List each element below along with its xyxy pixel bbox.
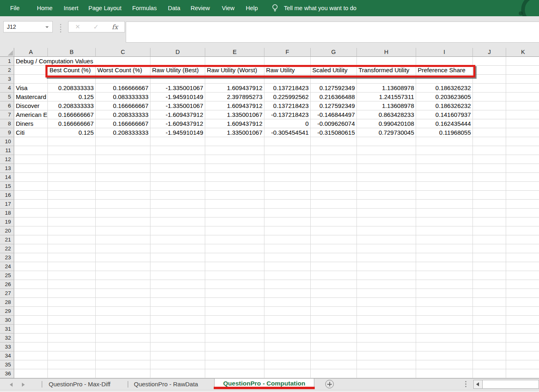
cell-F32[interactable]: [264, 334, 311, 342]
cell-C18[interactable]: [96, 209, 150, 218]
cell-D29[interactable]: [150, 307, 205, 316]
cell-F24[interactable]: [264, 262, 311, 271]
cell-E16[interactable]: [205, 191, 264, 200]
row-header-34[interactable]: 34: [0, 351, 14, 360]
cell-E36[interactable]: [205, 369, 264, 378]
cell-K31[interactable]: [506, 325, 539, 334]
cell-B8[interactable]: 0.166666667: [48, 119, 96, 128]
cell-J20[interactable]: [473, 226, 506, 235]
cell-G28[interactable]: [311, 298, 357, 307]
cell-A34[interactable]: [14, 351, 48, 360]
cell-I13[interactable]: [416, 164, 473, 173]
cell-A31[interactable]: [14, 325, 48, 334]
menu-help[interactable]: Help: [246, 0, 258, 16]
cell-E14[interactable]: [205, 173, 264, 182]
cell-I6[interactable]: 0.186326232: [416, 101, 473, 110]
cell-I12[interactable]: [416, 155, 473, 164]
cell-B27[interactable]: [48, 289, 96, 298]
cell-F36[interactable]: [264, 369, 311, 378]
cell-A26[interactable]: [14, 280, 48, 289]
row-header-1[interactable]: 1: [0, 57, 14, 66]
cell-G10[interactable]: [311, 137, 357, 146]
cell-A4[interactable]: Visa: [14, 84, 48, 93]
cell-J35[interactable]: [473, 360, 506, 369]
cell-B31[interactable]: [48, 325, 96, 334]
cell-B35[interactable]: [48, 360, 96, 369]
cell-K35[interactable]: [506, 360, 539, 369]
cell-H28[interactable]: [357, 298, 416, 307]
cell-F1[interactable]: [264, 57, 311, 66]
cell-E12[interactable]: [205, 155, 264, 164]
cell-D11[interactable]: [150, 146, 205, 155]
cell-F25[interactable]: [264, 271, 311, 280]
cell-K19[interactable]: [506, 218, 539, 226]
cell-J19[interactable]: [473, 218, 506, 226]
row-header-29[interactable]: 29: [0, 307, 14, 316]
row-header-26[interactable]: 26: [0, 280, 14, 289]
cell-D20[interactable]: [150, 226, 205, 235]
cell-F27[interactable]: [264, 289, 311, 298]
cell-K14[interactable]: [506, 173, 539, 182]
menu-home[interactable]: Home: [37, 0, 53, 16]
cell-G21[interactable]: [311, 235, 357, 244]
sheet-nav-prev-icon[interactable]: [10, 383, 13, 387]
cell-E20[interactable]: [205, 226, 264, 235]
cell-G33[interactable]: [311, 342, 357, 351]
cell-B4[interactable]: 0.208333333: [48, 84, 96, 93]
cell-B21[interactable]: [48, 235, 96, 244]
cell-G34[interactable]: [311, 351, 357, 360]
cell-A23[interactable]: [14, 253, 48, 262]
cell-B18[interactable]: [48, 209, 96, 218]
row-header-3[interactable]: 3: [0, 75, 14, 84]
cell-E34[interactable]: [205, 351, 264, 360]
cell-A13[interactable]: [14, 164, 48, 173]
cell-B23[interactable]: [48, 253, 96, 262]
column-header-H[interactable]: H: [357, 48, 416, 57]
cell-C16[interactable]: [96, 191, 150, 200]
cell-J34[interactable]: [473, 351, 506, 360]
cell-F34[interactable]: [264, 351, 311, 360]
row-header-2[interactable]: 2: [0, 66, 14, 75]
cell-C12[interactable]: [96, 155, 150, 164]
cell-I20[interactable]: [416, 226, 473, 235]
cell-I14[interactable]: [416, 173, 473, 182]
cell-G29[interactable]: [311, 307, 357, 316]
cell-H5[interactable]: 1.241557311: [357, 93, 416, 101]
tab-questionpro-computation[interactable]: QuestionPro - Computation: [214, 379, 314, 388]
cell-F12[interactable]: [264, 155, 311, 164]
cell-A25[interactable]: [14, 271, 48, 280]
cell-K16[interactable]: [506, 191, 539, 200]
cell-J24[interactable]: [473, 262, 506, 271]
cell-G23[interactable]: [311, 253, 357, 262]
cell-K8[interactable]: [506, 119, 539, 128]
row-header-6[interactable]: 6: [0, 101, 14, 110]
cell-I9[interactable]: 0.11968055: [416, 128, 473, 137]
cell-E10[interactable]: [205, 137, 264, 146]
cell-E7[interactable]: 1.335001067: [205, 110, 264, 119]
cell-B9[interactable]: 0.125: [48, 128, 96, 137]
column-header-I[interactable]: I: [416, 48, 473, 57]
column-header-D[interactable]: D: [150, 48, 205, 57]
cell-G15[interactable]: [311, 182, 357, 191]
cell-K5[interactable]: [506, 93, 539, 101]
scrollbar-thumb[interactable]: [482, 380, 539, 388]
row-header-11[interactable]: 11: [0, 146, 14, 155]
row-header-25[interactable]: 25: [0, 271, 14, 280]
cell-A20[interactable]: [14, 226, 48, 235]
cell-I4[interactable]: 0.186326232: [416, 84, 473, 93]
name-box-dropdown-icon[interactable]: [45, 26, 49, 28]
cell-E30[interactable]: [205, 316, 264, 325]
cell-J13[interactable]: [473, 164, 506, 173]
cell-A21[interactable]: [14, 235, 48, 244]
cell-E24[interactable]: [205, 262, 264, 271]
cell-D13[interactable]: [150, 164, 205, 173]
cell-B29[interactable]: [48, 307, 96, 316]
cell-K30[interactable]: [506, 316, 539, 325]
cell-D10[interactable]: [150, 137, 205, 146]
cell-K28[interactable]: [506, 298, 539, 307]
tell-me-search[interactable]: Tell me what you want to do: [284, 0, 356, 16]
row-header-21[interactable]: 21: [0, 235, 14, 244]
cell-I24[interactable]: [416, 262, 473, 271]
cell-I11[interactable]: [416, 146, 473, 155]
cell-C32[interactable]: [96, 334, 150, 342]
